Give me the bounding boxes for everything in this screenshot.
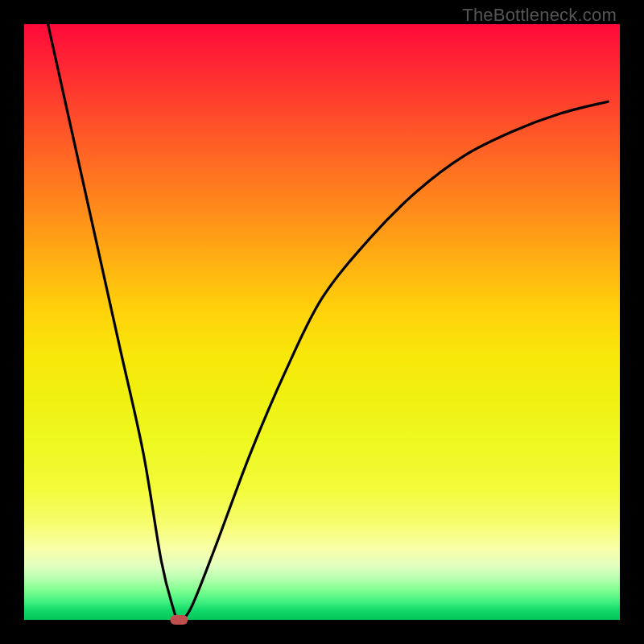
chart-svg <box>24 24 620 620</box>
chart-frame <box>24 24 620 620</box>
watermark-text: TheBottleneck.com <box>462 5 617 26</box>
bottleneck-curve-line <box>48 24 609 620</box>
minimum-point-marker <box>170 615 188 625</box>
